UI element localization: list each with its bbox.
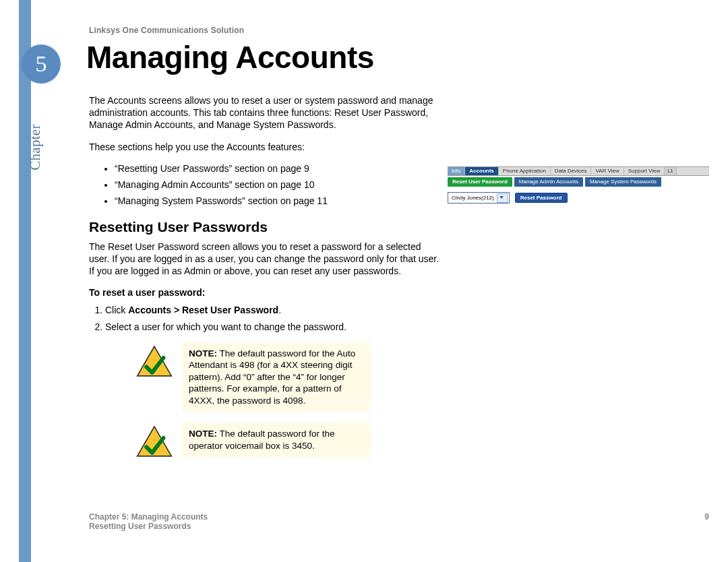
note-label: NOTE:: [189, 348, 217, 358]
step1-bold: Accounts > Reset User Password: [128, 305, 278, 315]
page-footer: Chapter 5: Managing Accounts Resetting U…: [89, 512, 709, 531]
body-content: The Accounts screens allows you to reset…: [89, 94, 441, 472]
list-item: Click Accounts > Reset User Password.: [105, 304, 441, 316]
subtab-reset-user-password[interactable]: Reset User Password: [448, 177, 512, 187]
tab-data-devices[interactable]: Data Devices: [551, 167, 592, 175]
section-body: The Reset User Password screen allows yo…: [89, 241, 441, 278]
product-line-header: Linksys One Communications Solution: [89, 26, 244, 35]
list-item: “Managing Admin Accounts” section on pag…: [115, 179, 441, 191]
section-heading: Resetting User Passwords: [89, 218, 441, 236]
control-row: Cindy Jones(212) Reset Password: [448, 192, 709, 204]
tab-support-view[interactable]: Support View: [624, 167, 665, 175]
page-number: 9: [704, 512, 709, 522]
list-item: “Resetting User Passwords” section on pa…: [115, 162, 441, 175]
subtab-manage-admin-accounts[interactable]: Manage Admin Accounts: [514, 177, 583, 187]
note-text: NOTE: The default password for the Auto …: [182, 342, 371, 412]
tab-lock-indicator[interactable]: L1: [665, 167, 676, 175]
tab-info[interactable]: Info: [448, 167, 465, 175]
steps-heading: To reset a user password:: [89, 286, 441, 299]
warning-check-icon: [136, 345, 173, 380]
user-select[interactable]: Cindy Jones(212): [448, 192, 510, 204]
note-text: NOTE: The default password for the opera…: [182, 423, 371, 457]
chevron-down-icon: [497, 193, 508, 203]
lead-in-paragraph: These sections help you use the Accounts…: [89, 141, 441, 153]
reset-password-button[interactable]: Reset Password: [515, 193, 568, 203]
feature-bullet-list: “Resetting User Passwords” section on pa…: [89, 162, 441, 208]
subtab-manage-system-passwords[interactable]: Manage System Passwords: [585, 177, 661, 187]
warning-check-icon: [136, 425, 173, 460]
step1-prefix: Click: [105, 305, 128, 315]
footer-chapter-line: Chapter 5: Managing Accounts: [89, 512, 709, 522]
note-label: NOTE:: [189, 429, 217, 439]
intro-paragraph: The Accounts screens allows you to reset…: [89, 94, 441, 131]
chapter-number-badge: 5: [22, 44, 61, 84]
steps-list: Click Accounts > Reset User Password. Se…: [89, 304, 441, 332]
embedded-ui-screenshot: Info Accounts Phone Application Data Dev…: [448, 166, 709, 204]
list-item: Select a user for which you want to chan…: [105, 321, 441, 333]
list-item: “Managing System Passwords” section on p…: [115, 195, 441, 207]
primary-tab-row: Info Accounts Phone Application Data Dev…: [448, 166, 709, 176]
tab-phone-application[interactable]: Phone Application: [499, 167, 551, 175]
note-block: NOTE: The default password for the Auto …: [136, 342, 406, 412]
step1-suffix: .: [278, 305, 281, 315]
footer-section-line: Resetting User Passwords: [89, 522, 709, 531]
left-accent-bar: Chapter: [19, 0, 31, 562]
user-select-value: Cindy Jones(212): [452, 195, 494, 201]
secondary-tab-row: Reset User Password Manage Admin Account…: [448, 177, 709, 187]
chapter-side-label: Chapter: [27, 124, 44, 170]
tab-var-view[interactable]: VAR View: [591, 167, 624, 175]
page-title: Managing Accounts: [86, 39, 374, 75]
tab-accounts[interactable]: Accounts: [465, 167, 498, 175]
note-block: NOTE: The default password for the opera…: [136, 423, 406, 460]
